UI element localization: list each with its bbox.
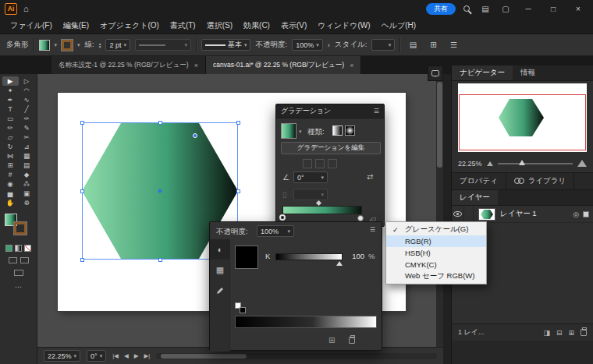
shape-builder-tool[interactable]: ⊞	[2, 161, 19, 170]
menu-file[interactable]: ファイル(F)	[5, 17, 58, 34]
rotate-tool[interactable]: ↻	[2, 142, 19, 151]
rectangle-tool[interactable]: ▭	[2, 114, 19, 123]
close-tab-icon[interactable]: ×	[350, 62, 353, 69]
eyedropper-tool[interactable]: ◆	[19, 170, 35, 179]
swatches-icon[interactable]: ▦	[210, 260, 230, 280]
zoom-level-select[interactable]: 22.25%▾	[44, 350, 80, 362]
k-slider-thumb[interactable]	[336, 261, 343, 266]
last-artboard-button[interactable]: ▶|	[144, 352, 150, 359]
reverse-gradient-icon[interactable]: ⇄	[367, 172, 373, 181]
gradient-angle-field[interactable]: 0°▾	[293, 171, 328, 183]
type-tool[interactable]: T	[2, 104, 19, 114]
column-graph-tool[interactable]: ▅	[2, 189, 19, 198]
tab-libraries[interactable]: ライブラリ	[506, 173, 575, 189]
align-options-icon[interactable]: ▤	[405, 41, 421, 49]
menu-view[interactable]: 表示(V)	[275, 17, 312, 34]
shaper-tool[interactable]: ✎	[19, 123, 35, 133]
tab-layers[interactable]: レイヤー	[452, 190, 498, 205]
corner-widget[interactable]	[193, 133, 197, 138]
opacity-field[interactable]: 100%▾	[292, 39, 323, 51]
free-transform-tool[interactable]: ▦	[19, 151, 35, 161]
vertical-scrollbar[interactable]	[436, 74, 443, 347]
selection-handle[interactable]	[158, 121, 162, 125]
document-tab-canvas01[interactable]: canvas-01.ai* @ 22.25 % (RGB/プレビュー)×	[206, 56, 361, 74]
zoom-tool[interactable]: ⊕	[19, 198, 35, 207]
close-tab-icon[interactable]: ×	[194, 62, 198, 69]
menu-help[interactable]: ヘルプ(H)	[376, 17, 422, 34]
selection-handle[interactable]	[158, 258, 162, 262]
menu-type[interactable]: 書式(T)	[165, 17, 201, 34]
color-mixer-icon[interactable]: ◐	[210, 239, 230, 260]
none-button[interactable]	[24, 245, 31, 252]
rotation-select[interactable]: 0°▾	[87, 350, 106, 362]
lasso-tool[interactable]: ◠	[19, 86, 35, 95]
stroke-gradient-across-icon[interactable]	[328, 159, 337, 168]
gradient-panel-title[interactable]: グラデーション	[281, 106, 331, 116]
zoom-in-icon[interactable]	[577, 160, 587, 167]
mesh-tool[interactable]: #	[2, 170, 19, 179]
direct-selection-tool[interactable]: ▷	[19, 76, 35, 86]
controlbar-menu-icon[interactable]: ☰	[446, 41, 461, 49]
comments-panel-button[interactable]	[428, 65, 443, 81]
menu-window[interactable]: ウィンドウ(W)	[312, 17, 375, 34]
k-channel-value[interactable]: 100	[347, 252, 364, 260]
gradient-slider-bar[interactable]	[282, 206, 362, 214]
menu-item-websafe-rgb[interactable]: Web セーフ RGB(W)	[386, 270, 486, 282]
stroke-color-swatch[interactable]	[62, 40, 73, 51]
layer-selection-chip[interactable]	[583, 211, 589, 217]
width-profile-select[interactable]: ▾	[135, 39, 191, 51]
first-artboard-button[interactable]: |◀	[112, 352, 119, 359]
gradient-button[interactable]	[15, 245, 22, 252]
black-swatch-chip[interactable]	[240, 307, 246, 313]
stroke-width-field[interactable]: 2 pt▾	[105, 39, 130, 51]
menu-select[interactable]: 選択(S)	[201, 17, 238, 34]
pencil-tool[interactable]: ✏	[2, 123, 19, 133]
search-icon[interactable]	[463, 5, 470, 12]
stroke-dropdown-icon[interactable]: ▾	[77, 42, 80, 48]
magic-wand-tool[interactable]: ✦	[2, 86, 19, 95]
edit-toolbar-icon[interactable]: ⋯	[0, 283, 37, 291]
aspect-ratio-field[interactable]: ▾	[293, 189, 328, 200]
menu-item-rgb[interactable]: RGB(R)	[386, 235, 486, 247]
selection-handle[interactable]	[80, 258, 84, 262]
eyedropper-icon[interactable]	[210, 280, 230, 300]
grayscale-spectrum-ramp[interactable]	[235, 316, 377, 328]
brush-definition-select[interactable]: 基本▾	[201, 39, 251, 51]
radial-gradient-type-button[interactable]	[345, 125, 355, 136]
width-tool[interactable]: ⋈	[2, 151, 19, 161]
curvature-tool[interactable]: ∿	[19, 95, 35, 104]
layer-target-icon[interactable]: ◎	[573, 210, 579, 218]
menu-edit[interactable]: 編集(E)	[58, 17, 94, 34]
fill-dropdown-icon[interactable]: ▾	[55, 42, 58, 48]
menu-object[interactable]: オブジェクト(O)	[94, 17, 165, 34]
fill-color-swatch[interactable]	[39, 40, 50, 51]
selection-handle[interactable]	[80, 121, 84, 125]
arrange-documents-icon[interactable]: ▢	[498, 5, 513, 13]
home-icon[interactable]: ⌂	[23, 4, 29, 13]
zoom-out-icon[interactable]	[487, 161, 493, 166]
previous-artboard-button[interactable]: ◀	[124, 352, 129, 359]
gradient-midpoint-marker[interactable]	[316, 200, 321, 206]
paintbrush-tool[interactable]: ✑	[19, 114, 35, 123]
scissors-tool[interactable]: ✂	[19, 133, 35, 142]
stroke-color-indicator[interactable]	[14, 222, 27, 235]
document-tab-untitled[interactable]: 名称未設定-1 @ 22.25 % (RGB/プレビュー)×	[51, 56, 206, 74]
navigator-zoom-value[interactable]: 22.25%	[458, 160, 482, 168]
gradient-swatch-thumb[interactable]	[281, 123, 296, 139]
menu-item-cmyk[interactable]: CMYK(C)	[386, 259, 486, 270]
blend-tool[interactable]: ◉	[2, 179, 19, 189]
minimize-button[interactable]: ─	[518, 0, 538, 17]
layer-row[interactable]: レイヤー 1 ◎	[452, 206, 593, 223]
gradient-stop-start[interactable]	[279, 214, 286, 221]
stroke-gradient-within-icon[interactable]	[303, 159, 312, 168]
draw-inside-button[interactable]	[20, 257, 29, 263]
artboard-tool[interactable]: ▣	[19, 189, 35, 198]
next-artboard-button[interactable]: ▶	[134, 352, 139, 359]
selection-handle[interactable]	[80, 189, 84, 193]
delete-color-icon[interactable]	[349, 337, 355, 344]
color-panel-menu-icon[interactable]: ☰	[370, 226, 375, 233]
make-mask-icon[interactable]: ◨	[543, 329, 550, 337]
color-button[interactable]	[5, 245, 12, 252]
visibility-eye-icon[interactable]	[453, 211, 462, 217]
hand-tool[interactable]: ✋	[2, 198, 19, 207]
